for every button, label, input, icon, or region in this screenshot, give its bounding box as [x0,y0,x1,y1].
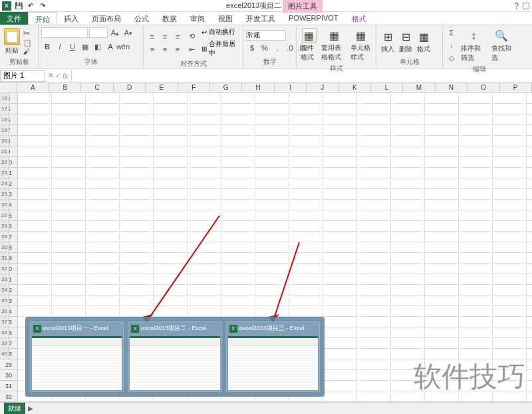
cell[interactable] [357,200,391,210]
cell[interactable] [120,114,154,125]
cell[interactable] [425,253,459,264]
increase-decimal-icon[interactable]: .0 [284,42,296,54]
italic-button[interactable]: I [54,41,66,53]
cell[interactable] [86,296,120,306]
cell[interactable] [154,285,188,296]
cell[interactable] [357,338,391,349]
cell[interactable] [154,232,188,242]
cell[interactable] [120,136,154,146]
cell[interactable] [289,125,323,136]
cell[interactable] [188,296,221,306]
cell[interactable] [357,136,391,146]
align-left-icon[interactable]: ≡ [146,43,158,55]
tab-home[interactable]: 开始 [28,12,57,25]
cell[interactable] [493,232,527,242]
cell[interactable] [391,178,425,189]
cell[interactable] [357,178,391,189]
cell[interactable] [493,285,527,296]
row-header[interactable]: 29 [0,359,18,370]
cell[interactable] [493,221,527,232]
cut-icon[interactable]: ✂ [23,29,31,38]
cell[interactable] [154,264,188,274]
cell[interactable] [527,136,532,146]
cell[interactable] [86,221,120,232]
comma-icon[interactable]: , [271,42,283,54]
cell[interactable] [425,200,459,210]
cell[interactable] [18,296,52,306]
cell[interactable] [357,317,391,327]
cell[interactable] [527,338,532,349]
cell[interactable] [459,189,493,200]
cell[interactable] [86,178,120,189]
cell[interactable] [323,264,357,274]
currency-icon[interactable]: $ [246,42,258,54]
cell[interactable] [425,349,459,359]
cell[interactable] [18,125,52,136]
cell[interactable] [323,114,357,125]
column-header[interactable]: I [275,83,307,93]
cell[interactable] [391,136,425,146]
name-box[interactable]: 图片 1 [0,70,45,82]
cell[interactable] [391,349,425,359]
column-header[interactable]: E [146,83,178,93]
cell[interactable] [18,274,52,285]
cell-styles-button[interactable]: ▦单元格样式 [349,27,373,63]
cell[interactable] [221,296,255,306]
cell[interactable] [459,114,493,125]
cell[interactable] [459,359,493,370]
cell[interactable] [391,189,425,200]
format-cells-button[interactable]: ▦格式 [415,28,432,55]
cell[interactable] [18,242,52,253]
column-header[interactable]: J [307,83,338,93]
cell[interactable] [527,264,532,274]
cell[interactable] [221,306,255,317]
cell[interactable] [425,381,459,391]
cell[interactable] [391,317,425,327]
cell[interactable] [323,253,357,264]
percent-icon[interactable]: % [259,42,271,54]
cell[interactable] [18,210,52,221]
cell[interactable] [459,93,493,104]
cell[interactable] [255,104,289,114]
cell[interactable] [289,93,323,104]
tab-view[interactable]: 视图 [211,12,239,25]
cell[interactable] [391,157,425,168]
cell[interactable] [527,221,532,232]
cell[interactable] [52,264,86,274]
cell[interactable] [52,125,86,136]
column-header[interactable]: N [436,83,467,93]
cell[interactable] [18,189,52,200]
underline-button[interactable]: U [66,41,78,53]
cell[interactable] [289,189,323,200]
cell[interactable] [289,210,323,221]
wrap-text-button[interactable]: ↩自动换行 [200,27,240,37]
cell[interactable] [86,306,120,317]
cell[interactable] [425,168,459,178]
cell[interactable] [86,125,120,136]
cell[interactable] [357,391,391,402]
cell[interactable] [459,296,493,306]
cell[interactable] [357,296,391,306]
cell[interactable] [357,157,391,168]
cell[interactable] [289,157,323,168]
cell[interactable] [221,285,255,296]
cell[interactable] [323,146,357,157]
cell[interactable] [188,242,221,253]
cell[interactable] [459,381,493,391]
cell[interactable] [425,93,459,104]
cell[interactable] [52,93,86,104]
cell[interactable] [52,285,86,296]
pinyin-icon[interactable]: wén [117,41,129,53]
taskbar-preview-item[interactable]: Xexcel2013项目二 - Excel [128,321,221,392]
cell[interactable] [120,104,154,114]
cell[interactable] [120,157,154,168]
cell[interactable] [323,200,357,210]
cell[interactable] [391,221,425,232]
cell[interactable] [120,306,154,317]
insert-cells-button[interactable]: ⊞插入 [379,28,396,55]
cell[interactable] [289,178,323,189]
taskbar-preview-item[interactable]: Xexcel2013项目一 - Excel [30,321,124,392]
cell[interactable] [527,114,532,125]
cell[interactable] [527,274,532,285]
cell[interactable] [323,296,357,306]
